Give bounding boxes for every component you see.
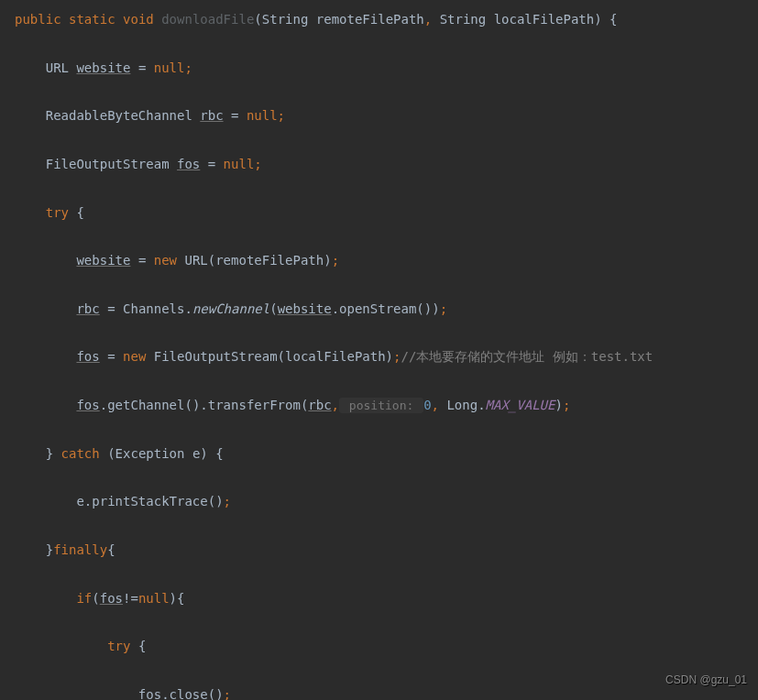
text: = [200, 157, 223, 171]
text: = [130, 60, 153, 75]
text [15, 349, 76, 364]
semicolon: ; [563, 398, 570, 412]
text: FileOutputStream [15, 157, 177, 171]
code-line: rbc = Channels.newChannel(website.openSt… [0, 297, 758, 321]
text: .openStream()) [332, 301, 440, 316]
variable: website [76, 253, 130, 268]
text: } [15, 542, 53, 557]
semicolon: ; [254, 157, 261, 171]
variable: fos [76, 349, 99, 364]
code-line: URL website = null; [0, 56, 758, 80]
text: { [107, 542, 115, 557]
keyword: if [76, 591, 92, 606]
keyword: new [123, 349, 146, 364]
text: != [123, 591, 138, 606]
param-hint: position: [339, 398, 423, 413]
text: = [224, 108, 247, 123]
number: 0 [423, 398, 431, 412]
variable: fos [177, 157, 200, 171]
text [15, 398, 76, 412]
code-line: fos.close(); [0, 683, 758, 700]
code-line: website = new URL(remoteFilePath); [0, 248, 758, 272]
text: ( [269, 301, 277, 316]
text: .getChannel().transferFrom( [100, 398, 309, 412]
semicolon: ; [224, 494, 231, 509]
static-field: MAX_VALUE [486, 398, 555, 412]
code-line: e.printStackTrace(); [0, 489, 758, 513]
text: = [100, 349, 123, 364]
variable: rbc [308, 398, 331, 412]
code-line: ReadableByteChannel rbc = null; [0, 104, 758, 127]
text: FileOutputStream(localFilePath) [146, 349, 393, 364]
text: } [15, 446, 61, 461]
comma: , [332, 398, 339, 412]
semicolon: ; [440, 301, 447, 316]
keyword: new [154, 253, 177, 268]
keyword: finally [53, 542, 107, 557]
text [15, 687, 138, 700]
keyword: catch [61, 446, 100, 461]
comma: , [424, 12, 432, 27]
keyword: public [15, 12, 61, 27]
code-line: public static void downloadFile(String r… [0, 7, 758, 31]
semicolon: ; [224, 687, 231, 700]
variable: rbc [76, 301, 99, 316]
code-line: FileOutputStream fos = null; [0, 152, 758, 176]
keyword: null [247, 108, 278, 123]
method-name: downloadFile [161, 12, 254, 27]
keyword: void [123, 12, 154, 27]
text: ReadableByteChannel [15, 108, 200, 123]
semicolon: ; [184, 60, 192, 75]
code-line: try { [0, 201, 758, 224]
variable: fos [76, 398, 99, 412]
text: { [130, 639, 146, 653]
code-line: fos = new FileOutputStream(localFilePath… [0, 345, 758, 368]
text [15, 639, 107, 653]
text: ){ [170, 591, 185, 606]
code-line: }finally{ [0, 538, 758, 562]
keyword: try [46, 205, 69, 220]
text: Long. [439, 398, 486, 412]
text: e.printStackTrace() [15, 494, 224, 509]
variable: website [278, 301, 332, 316]
code-line: if(fos!=null){ [0, 586, 758, 610]
keyword: null [138, 591, 170, 606]
text: ( [92, 591, 99, 606]
static-method: newChannel [192, 301, 269, 316]
code-editor[interactable]: public static void downloadFile(String r… [0, 7, 758, 700]
semicolon: ; [278, 108, 285, 123]
semicolon: ; [332, 253, 339, 268]
text: .close() [161, 687, 223, 700]
variable: website [76, 60, 130, 75]
code-line: fos.getChannel().transferFrom(rbc, posit… [0, 393, 758, 417]
text: = Channels. [100, 301, 192, 316]
variable: rbc [200, 108, 223, 123]
comma: , [432, 398, 439, 412]
comment: //本地要存储的文件地址 例如：test.txt [401, 349, 653, 364]
signature: String localFilePath) { [432, 12, 617, 27]
keyword: null [224, 157, 255, 171]
signature: (String remoteFilePath [254, 12, 423, 27]
text: URL(remoteFilePath) [177, 253, 332, 268]
keyword: try [107, 639, 130, 653]
text [15, 301, 76, 316]
text [15, 253, 76, 268]
variable: fos [100, 591, 123, 606]
code-line: } catch (Exception e) { [0, 442, 758, 465]
keyword: null [154, 60, 185, 75]
text: = [130, 253, 153, 268]
watermark: CSDN @gzu_01 [665, 670, 747, 691]
text [15, 591, 76, 606]
keyword: static [69, 12, 115, 27]
text: URL [15, 60, 76, 75]
text: ) [555, 398, 562, 412]
text: (Exception e) { [100, 446, 224, 461]
variable: fos [138, 687, 161, 700]
text [15, 205, 46, 220]
code-line: try { [0, 634, 758, 658]
text: { [69, 205, 84, 220]
